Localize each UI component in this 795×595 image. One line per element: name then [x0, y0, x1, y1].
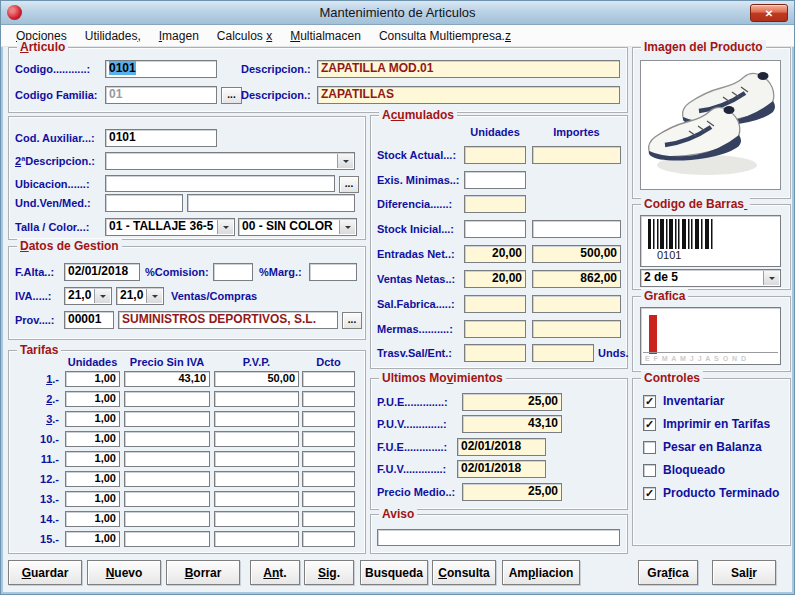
menu-multialmacen[interactable]: Multialmacen	[281, 27, 370, 45]
tarifa-unidades-field[interactable]: 1,00	[65, 531, 120, 547]
aviso-field[interactable]	[377, 529, 620, 546]
familia-browse-button[interactable]: ...	[221, 87, 242, 104]
tarifa-pvp-field[interactable]	[214, 431, 299, 447]
tarifa-precio-field[interactable]	[124, 471, 210, 487]
pue-field[interactable]: 25,00	[462, 393, 562, 411]
close-button[interactable]: ✕	[750, 4, 788, 22]
tarifa-dcto-field[interactable]	[302, 411, 355, 427]
tarifa-unidades-field[interactable]: 1,00	[65, 371, 120, 387]
tarifa-dcto-field[interactable]	[302, 431, 355, 447]
tarifa-row-link[interactable]: 1.-	[11, 373, 59, 385]
tarifa-unidades-field[interactable]: 1,00	[65, 411, 120, 427]
tarifa-pvp-field[interactable]	[214, 411, 299, 427]
trasv-unidades-field[interactable]	[464, 344, 526, 362]
tarifa-pvp-field[interactable]	[214, 391, 299, 407]
tarifa-precio-field[interactable]	[124, 411, 210, 427]
color-combobox[interactable]: 00 - SIN COLOR	[238, 218, 357, 236]
checkbox-inventariar[interactable]: ✓ Inventariar	[643, 394, 724, 408]
tarifa-dcto-field[interactable]	[302, 531, 355, 547]
tarifa-row-link[interactable]: 2.-	[11, 393, 59, 405]
tarifa-unidades-field[interactable]: 1,00	[65, 491, 120, 507]
tarifa-precio-field[interactable]	[124, 391, 210, 407]
tarifa-pvp-field[interactable]	[214, 471, 299, 487]
trasv-importes-field[interactable]	[532, 344, 594, 362]
codigo-familia-field[interactable]: 01	[105, 86, 217, 104]
comision-field[interactable]	[213, 263, 253, 281]
codigo-field[interactable]: 0101	[105, 60, 217, 78]
segunda-descripcion-combobox[interactable]	[105, 152, 355, 170]
checkbox-icon[interactable]: ✓	[643, 395, 656, 408]
talla-combobox[interactable]: 01 - TALLAJE 36-5	[105, 218, 235, 236]
tarifa-pvp-field[interactable]: 50,00	[214, 371, 299, 387]
checkbox-icon[interactable]: ✓	[643, 418, 656, 431]
chevron-down-icon[interactable]	[217, 220, 233, 234]
exis-minimas-field[interactable]	[464, 171, 526, 189]
menu-calculos[interactable]: Calculos x	[208, 27, 281, 45]
sal-fabrica-importes-field[interactable]	[532, 295, 621, 313]
nuevo-button[interactable]: Nuevo	[87, 560, 161, 585]
menu-consulta-multiempresa[interactable]: Consulta Multiempresa.z	[370, 27, 520, 45]
tarifa-unidades-field[interactable]: 1,00	[65, 511, 120, 527]
ubicacion-field[interactable]	[105, 175, 335, 192]
stock-actual-importes-field[interactable]	[532, 146, 621, 164]
entradas-net-importes-field[interactable]: 500,00	[532, 245, 621, 263]
tarifa-pvp-field[interactable]	[214, 491, 299, 507]
busqueda-button[interactable]: Busqueda	[360, 560, 428, 585]
prov-codigo-field[interactable]: 00001	[64, 311, 114, 329]
checkbox-producto-terminado[interactable]: ✓ Producto Terminado	[643, 486, 779, 500]
stock-inicial-importes-field[interactable]	[532, 220, 621, 238]
checkbox-pesar-balanza[interactable]: Pesar en Balanza	[643, 440, 762, 454]
grafica-button[interactable]: Grafica	[638, 560, 698, 585]
guardar-button[interactable]: Guardar	[8, 560, 82, 585]
precio-medio-field[interactable]: 25,00	[462, 483, 562, 501]
fuv-field[interactable]: 02/01/2018	[457, 460, 546, 478]
chevron-down-icon[interactable]	[337, 154, 353, 168]
tarifa-dcto-field[interactable]	[302, 451, 355, 467]
stock-actual-unidades-field[interactable]	[464, 146, 526, 164]
tarifa-dcto-field[interactable]	[302, 471, 355, 487]
ubicacion-browse-button[interactable]: ...	[339, 176, 359, 193]
consulta-button[interactable]: Consulta	[432, 560, 496, 585]
descripcion-field[interactable]: ZAPATILLA MOD.01	[317, 60, 620, 78]
chevron-down-icon[interactable]	[146, 289, 162, 303]
tarifa-unidades-field[interactable]: 1,00	[65, 431, 120, 447]
checkbox-icon[interactable]	[643, 441, 656, 454]
checkbox-icon[interactable]: ✓	[643, 487, 656, 500]
tarifa-dcto-field[interactable]	[302, 511, 355, 527]
tarifa-dcto-field[interactable]	[302, 491, 355, 507]
cod-auxiliar-field[interactable]: 0101	[105, 129, 217, 147]
mermas-unidades-field[interactable]	[464, 320, 526, 338]
tarifa-dcto-field[interactable]	[302, 371, 355, 387]
falta-field[interactable]: 02/01/2018	[64, 263, 140, 281]
tarifa-row-link[interactable]: 3.-	[11, 413, 59, 425]
tarifa-dcto-field[interactable]	[302, 391, 355, 407]
tarifa-pvp-field[interactable]	[214, 511, 299, 527]
tarifa-pvp-field[interactable]	[214, 531, 299, 547]
checkbox-icon[interactable]	[643, 464, 656, 477]
tarifa-precio-field[interactable]	[124, 511, 210, 527]
und-ven-field[interactable]	[105, 194, 183, 212]
tarifa-precio-field[interactable]: 43,10	[124, 371, 210, 387]
prov-nombre-field[interactable]: SUMINISTROS DEPORTIVOS, S.L.	[118, 311, 338, 329]
marg-field[interactable]	[309, 263, 357, 281]
salir-button[interactable]: Salir	[712, 560, 776, 585]
tarifa-unidades-field[interactable]: 1,00	[65, 451, 120, 467]
und-med-field[interactable]	[187, 194, 355, 212]
stock-inicial-unidades-field[interactable]	[464, 220, 526, 238]
anterior-button[interactable]: Ant.	[250, 560, 300, 585]
chevron-down-icon[interactable]	[339, 220, 355, 234]
menu-imagen[interactable]: Imagen	[150, 27, 208, 45]
menu-utilidades[interactable]: Utilidades,	[76, 27, 150, 45]
tarifa-unidades-field[interactable]: 1,00	[65, 391, 120, 407]
tarifa-unidades-field[interactable]: 1,00	[65, 471, 120, 487]
sal-fabrica-unidades-field[interactable]	[464, 295, 526, 313]
iva-compras-combobox[interactable]: 21,0	[116, 287, 164, 305]
ampliacion-button[interactable]: Ampliacion	[502, 560, 580, 585]
checkbox-bloqueado[interactable]: Bloqueado	[643, 463, 725, 477]
barcode-type-combobox[interactable]: 2 de 5	[640, 269, 781, 287]
fue-field[interactable]: 02/01/2018	[457, 438, 546, 456]
chevron-down-icon[interactable]	[763, 271, 779, 285]
ventas-netas-importes-field[interactable]: 862,00	[532, 270, 621, 288]
tarifa-precio-field[interactable]	[124, 451, 210, 467]
tarifa-pvp-field[interactable]	[214, 451, 299, 467]
